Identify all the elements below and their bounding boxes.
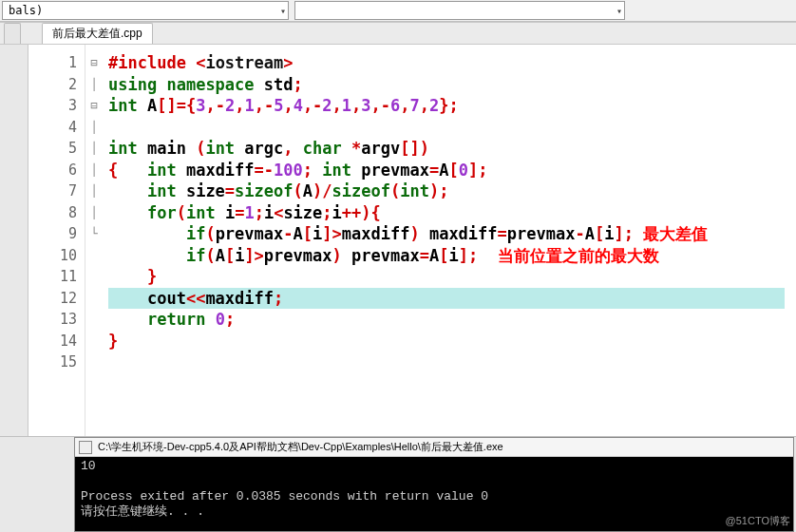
code-area[interactable]: #include <iostream>using namespace std;i…: [103, 45, 796, 436]
scope-combo[interactable]: bals) ▾: [2, 1, 289, 20]
console-output: 10 Process exited after 0.0385 seconds w…: [75, 457, 793, 531]
side-panel-tab[interactable]: [4, 23, 21, 44]
code-line[interactable]: using namespace std;: [108, 74, 796, 96]
line-number-gutter: 123456789101112131415: [28, 45, 85, 436]
code-editor[interactable]: 123456789101112131415 ⊟│⊟│││││└ #include…: [0, 45, 796, 437]
code-line[interactable]: #include <iostream>: [108, 52, 796, 74]
code-line[interactable]: int A[]={3,-2,1,-5,4,-2,1,3,-6,7,2};: [108, 95, 796, 117]
watermark: @51CTO博客: [726, 514, 790, 528]
code-line[interactable]: int main (int argc, char *argv[]): [108, 138, 796, 160]
console-title-text: C:\学生机环境-Dev-cpp5.4.0及API帮助文档\Dev-Cpp\Ex…: [98, 440, 503, 454]
code-line[interactable]: }: [108, 331, 796, 352]
code-line[interactable]: cout<<maxdiff;: [108, 288, 785, 310]
symbol-combo[interactable]: ▾: [294, 1, 625, 20]
tab-bar: 前后最大差值.cpp: [0, 22, 796, 45]
chevron-down-icon: ▾: [616, 6, 622, 16]
left-margin: [0, 45, 28, 436]
file-tab[interactable]: 前后最大差值.cpp: [42, 23, 153, 44]
code-line[interactable]: { int maxdiff=-100; int prevmax=A[0];: [108, 160, 796, 181]
code-line[interactable]: int size=sizeof(A)/sizeof(int);: [108, 180, 796, 202]
chevron-down-icon: ▾: [280, 6, 286, 16]
code-line[interactable]: for(int i=1;i<size;i++){: [108, 202, 796, 224]
code-line[interactable]: [108, 352, 796, 373]
console-window[interactable]: C:\学生机环境-Dev-cpp5.4.0及API帮助文档\Dev-Cpp\Ex…: [74, 437, 794, 532]
code-line[interactable]: [108, 117, 796, 139]
code-line[interactable]: return 0;: [108, 309, 796, 331]
fold-gutter[interactable]: ⊟│⊟│││││└: [85, 45, 103, 436]
file-tab-label: 前后最大差值.cpp: [52, 26, 142, 42]
code-line[interactable]: if(A[i]>prevmax) prevmax=A[i]; 当前位置之前的最大…: [108, 245, 796, 267]
code-line[interactable]: }: [108, 266, 796, 288]
scope-combo-text: bals): [9, 4, 43, 17]
app-icon: [79, 441, 92, 454]
toolbar: bals) ▾ ▾: [0, 0, 796, 22]
console-titlebar[interactable]: C:\学生机环境-Dev-cpp5.4.0及API帮助文档\Dev-Cpp\Ex…: [75, 438, 793, 457]
code-line[interactable]: if(prevmax-A[i]>maxdiff) maxdiff=prevmax…: [108, 223, 796, 245]
